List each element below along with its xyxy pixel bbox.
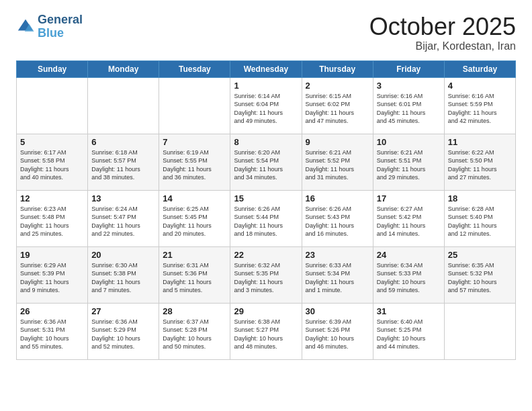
day-number: 23 <box>306 250 369 260</box>
day-number: 8 <box>234 137 298 147</box>
calendar-cell: 19Sunrise: 6:29 AM Sunset: 5:39 PM Dayli… <box>17 246 88 303</box>
calendar-table: SundayMondayTuesdayWednesdayThursdayFrid… <box>16 60 516 360</box>
day-info: Sunrise: 6:24 AM Sunset: 5:47 PM Dayligh… <box>91 205 155 238</box>
calendar-cell: 6Sunrise: 6:18 AM Sunset: 5:57 PM Daylig… <box>88 134 159 190</box>
day-number: 16 <box>306 193 369 203</box>
calendar-cell: 16Sunrise: 6:26 AM Sunset: 5:43 PM Dayli… <box>302 190 373 246</box>
day-number: 5 <box>20 137 84 147</box>
title-block: October 2025 Bijar, Kordestan, Iran <box>369 13 516 52</box>
weekday-header-wednesday: Wednesday <box>230 60 302 77</box>
day-number: 14 <box>163 193 226 203</box>
calendar-cell <box>17 77 88 134</box>
weekday-header-friday: Friday <box>373 60 444 77</box>
week-row-4: 19Sunrise: 6:29 AM Sunset: 5:39 PM Dayli… <box>17 246 516 303</box>
day-number: 18 <box>448 193 512 203</box>
day-number: 9 <box>306 137 369 147</box>
day-info: Sunrise: 6:18 AM Sunset: 5:57 PM Dayligh… <box>91 148 155 182</box>
logo: General Blue <box>16 13 83 40</box>
calendar-cell <box>88 77 159 134</box>
calendar-cell: 15Sunrise: 6:26 AM Sunset: 5:44 PM Dayli… <box>230 190 302 246</box>
day-info: Sunrise: 6:16 AM Sunset: 6:01 PM Dayligh… <box>377 92 441 126</box>
day-number: 6 <box>91 137 155 147</box>
day-info: Sunrise: 6:28 AM Sunset: 5:40 PM Dayligh… <box>448 205 512 238</box>
day-info: Sunrise: 6:16 AM Sunset: 5:59 PM Dayligh… <box>448 92 512 126</box>
logo-text: General Blue <box>38 13 83 40</box>
day-info: Sunrise: 6:37 AM Sunset: 5:28 PM Dayligh… <box>163 318 226 351</box>
calendar-cell: 30Sunrise: 6:39 AM Sunset: 5:26 PM Dayli… <box>302 303 373 359</box>
header: General Blue October 2025 Bijar, Kordest… <box>16 13 516 52</box>
day-number: 3 <box>377 81 441 91</box>
day-info: Sunrise: 6:27 AM Sunset: 5:42 PM Dayligh… <box>377 205 441 238</box>
day-number: 13 <box>91 193 155 203</box>
weekday-header-saturday: Saturday <box>444 60 515 77</box>
calendar-cell: 5Sunrise: 6:17 AM Sunset: 5:58 PM Daylig… <box>17 134 88 190</box>
calendar-cell: 18Sunrise: 6:28 AM Sunset: 5:40 PM Dayli… <box>444 190 515 246</box>
weekday-header-tuesday: Tuesday <box>159 60 230 77</box>
calendar-cell <box>444 303 515 359</box>
page: General Blue October 2025 Bijar, Kordest… <box>0 0 532 411</box>
calendar-cell: 7Sunrise: 6:19 AM Sunset: 5:55 PM Daylig… <box>159 134 230 190</box>
day-info: Sunrise: 6:40 AM Sunset: 5:25 PM Dayligh… <box>377 318 441 351</box>
day-number: 1 <box>234 81 298 91</box>
calendar-cell: 28Sunrise: 6:37 AM Sunset: 5:28 PM Dayli… <box>159 303 230 359</box>
calendar-cell: 8Sunrise: 6:20 AM Sunset: 5:54 PM Daylig… <box>230 134 302 190</box>
day-info: Sunrise: 6:17 AM Sunset: 5:58 PM Dayligh… <box>20 148 84 182</box>
calendar-cell: 13Sunrise: 6:24 AM Sunset: 5:47 PM Dayli… <box>88 190 159 246</box>
day-number: 22 <box>234 250 298 260</box>
day-number: 17 <box>377 193 441 203</box>
week-row-2: 5Sunrise: 6:17 AM Sunset: 5:58 PM Daylig… <box>17 134 516 190</box>
weekday-header-monday: Monday <box>88 60 159 77</box>
day-number: 2 <box>306 81 369 91</box>
day-number: 4 <box>448 81 512 91</box>
calendar-cell: 14Sunrise: 6:25 AM Sunset: 5:45 PM Dayli… <box>159 190 230 246</box>
day-info: Sunrise: 6:35 AM Sunset: 5:32 PM Dayligh… <box>448 261 512 295</box>
weekday-header-sunday: Sunday <box>17 60 88 77</box>
calendar-cell: 29Sunrise: 6:38 AM Sunset: 5:27 PM Dayli… <box>230 303 302 359</box>
calendar-cell: 2Sunrise: 6:15 AM Sunset: 6:02 PM Daylig… <box>302 77 373 134</box>
day-info: Sunrise: 6:32 AM Sunset: 5:35 PM Dayligh… <box>234 261 298 295</box>
day-number: 29 <box>234 306 298 316</box>
day-number: 28 <box>163 306 226 316</box>
calendar-cell: 25Sunrise: 6:35 AM Sunset: 5:32 PM Dayli… <box>444 246 515 303</box>
week-row-1: 1Sunrise: 6:14 AM Sunset: 6:04 PM Daylig… <box>17 77 516 134</box>
day-info: Sunrise: 6:33 AM Sunset: 5:34 PM Dayligh… <box>306 261 369 295</box>
calendar-cell: 4Sunrise: 6:16 AM Sunset: 5:59 PM Daylig… <box>444 77 515 134</box>
day-info: Sunrise: 6:30 AM Sunset: 5:38 PM Dayligh… <box>91 261 155 295</box>
day-number: 30 <box>306 306 369 316</box>
day-number: 31 <box>377 306 441 316</box>
logo-icon <box>16 17 35 36</box>
day-number: 7 <box>163 137 226 147</box>
month-title: October 2025 <box>369 13 516 40</box>
day-number: 21 <box>163 250 226 260</box>
weekday-header-thursday: Thursday <box>302 60 373 77</box>
week-row-5: 26Sunrise: 6:36 AM Sunset: 5:31 PM Dayli… <box>17 303 516 359</box>
calendar-cell: 11Sunrise: 6:22 AM Sunset: 5:50 PM Dayli… <box>444 134 515 190</box>
calendar-cell: 3Sunrise: 6:16 AM Sunset: 6:01 PM Daylig… <box>373 77 444 134</box>
calendar-cell: 22Sunrise: 6:32 AM Sunset: 5:35 PM Dayli… <box>230 246 302 303</box>
day-number: 26 <box>20 306 84 316</box>
calendar-cell: 1Sunrise: 6:14 AM Sunset: 6:04 PM Daylig… <box>230 77 302 134</box>
day-info: Sunrise: 6:20 AM Sunset: 5:54 PM Dayligh… <box>234 148 298 182</box>
calendar-cell: 24Sunrise: 6:34 AM Sunset: 5:33 PM Dayli… <box>373 246 444 303</box>
calendar-cell: 26Sunrise: 6:36 AM Sunset: 5:31 PM Dayli… <box>17 303 88 359</box>
day-info: Sunrise: 6:25 AM Sunset: 5:45 PM Dayligh… <box>163 205 226 238</box>
day-info: Sunrise: 6:29 AM Sunset: 5:39 PM Dayligh… <box>20 261 84 295</box>
day-info: Sunrise: 6:23 AM Sunset: 5:48 PM Dayligh… <box>20 205 84 238</box>
day-info: Sunrise: 6:31 AM Sunset: 5:36 PM Dayligh… <box>163 261 226 295</box>
day-info: Sunrise: 6:26 AM Sunset: 5:43 PM Dayligh… <box>306 205 369 238</box>
day-info: Sunrise: 6:19 AM Sunset: 5:55 PM Dayligh… <box>163 148 226 182</box>
day-info: Sunrise: 6:38 AM Sunset: 5:27 PM Dayligh… <box>234 318 298 351</box>
day-number: 24 <box>377 250 441 260</box>
day-number: 15 <box>234 193 298 203</box>
day-info: Sunrise: 6:39 AM Sunset: 5:26 PM Dayligh… <box>306 318 369 351</box>
calendar-cell: 23Sunrise: 6:33 AM Sunset: 5:34 PM Dayli… <box>302 246 373 303</box>
day-number: 10 <box>377 137 441 147</box>
day-info: Sunrise: 6:34 AM Sunset: 5:33 PM Dayligh… <box>377 261 441 295</box>
day-info: Sunrise: 6:14 AM Sunset: 6:04 PM Dayligh… <box>234 92 298 126</box>
calendar-cell: 9Sunrise: 6:21 AM Sunset: 5:52 PM Daylig… <box>302 134 373 190</box>
calendar-cell: 21Sunrise: 6:31 AM Sunset: 5:36 PM Dayli… <box>159 246 230 303</box>
day-info: Sunrise: 6:26 AM Sunset: 5:44 PM Dayligh… <box>234 205 298 238</box>
day-number: 27 <box>91 306 155 316</box>
day-number: 20 <box>91 250 155 260</box>
calendar-cell: 20Sunrise: 6:30 AM Sunset: 5:38 PM Dayli… <box>88 246 159 303</box>
